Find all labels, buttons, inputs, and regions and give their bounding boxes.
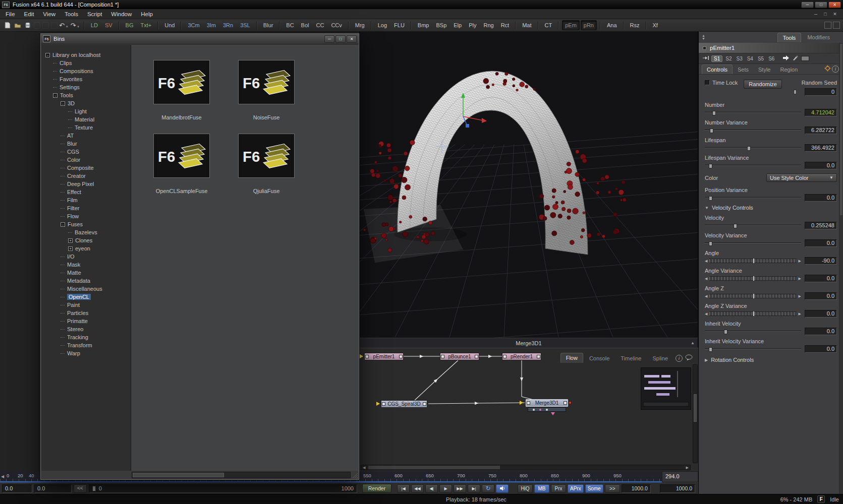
scrollbar-thumb[interactable] xyxy=(840,44,842,215)
param-dropdown[interactable]: Use Style Color▼ xyxy=(766,173,837,182)
transport-first-frame-button[interactable]: |◀ xyxy=(397,484,410,493)
toggle-prx[interactable]: Prx xyxy=(551,484,566,493)
time-marker-icon[interactable] xyxy=(703,55,709,61)
tree-item-at[interactable]: AT xyxy=(41,132,131,140)
menu-item-help[interactable]: Help xyxy=(136,10,157,18)
tree-item-warp[interactable]: Warp xyxy=(41,349,131,357)
param-value[interactable]: 0.0 xyxy=(805,345,837,353)
tree-expand-box[interactable]: + xyxy=(68,246,73,251)
param-value[interactable]: 366.4922 xyxy=(805,144,837,152)
bins-resize-grip[interactable] xyxy=(352,472,358,478)
render-button[interactable]: Render xyxy=(362,484,391,493)
param-slider[interactable] xyxy=(705,109,801,116)
tree-item-creator[interactable]: Creator xyxy=(41,172,131,180)
tree-item-favorites[interactable]: Favorites xyxy=(41,75,131,83)
window-minimize-button[interactable]: ─ xyxy=(801,2,814,8)
param-slider[interactable] xyxy=(705,162,801,169)
toolbar-button-rsz[interactable]: Rsz xyxy=(627,20,643,30)
toolbar-button-bg[interactable]: BG xyxy=(123,20,137,30)
tree-item-bazelevs[interactable]: Bazelevs xyxy=(41,228,131,236)
wheel-left-icon[interactable]: ◀ xyxy=(705,277,707,281)
toolbar-button-sv[interactable]: SV xyxy=(102,20,116,30)
randomize-button[interactable]: Randomize xyxy=(744,80,782,89)
wheel-right-icon[interactable]: ▶ xyxy=(799,294,801,298)
param-slider[interactable] xyxy=(705,127,801,134)
menu-item-edit[interactable]: Edit xyxy=(20,10,39,18)
param-slider[interactable] xyxy=(705,346,801,352)
toolbar-button-bc[interactable]: BC xyxy=(283,20,297,30)
tree-item-effect[interactable]: Effect xyxy=(41,188,131,196)
scroll-left-icon[interactable]: ◀ xyxy=(1,474,4,479)
tree-item-cgs[interactable]: CGS xyxy=(41,148,131,156)
param-value[interactable]: 0.0 xyxy=(805,194,837,202)
param-slider[interactable] xyxy=(705,195,801,201)
param-slider[interactable] xyxy=(705,145,801,151)
toggle-aprx[interactable]: APrx xyxy=(568,484,584,493)
panel-tab-tools[interactable]: Tools xyxy=(777,33,802,42)
undo-icon[interactable]: ↶ xyxy=(59,22,65,29)
tree-item-particles[interactable]: Particles xyxy=(41,309,131,317)
flow-editor[interactable]: pEmitter1pBounce1pRender1CGS_Spiral3DMer… xyxy=(359,348,698,471)
tree-item-tracking[interactable]: Tracking xyxy=(41,333,131,341)
undo-dropdown-icon[interactable]: ▾ xyxy=(66,25,68,29)
inspector-scrollbar[interactable] xyxy=(839,43,843,494)
param-thumbwheel[interactable]: ◀▶ xyxy=(705,276,801,281)
slider-handle[interactable] xyxy=(747,146,751,151)
current-time-field[interactable]: 0.0 xyxy=(2,484,32,493)
tree-expand-box[interactable]: + xyxy=(68,238,73,243)
panel-toggle-icon[interactable] xyxy=(833,22,840,29)
color-swatch[interactable] xyxy=(801,56,809,61)
tree-item-light[interactable]: Light xyxy=(41,107,131,115)
bins-minimize-button[interactable]: ─ xyxy=(324,35,334,43)
toolbar-button-3cm[interactable]: 3Cm xyxy=(185,20,202,30)
scrollbar-thumb[interactable] xyxy=(133,473,224,477)
control-tab-region[interactable]: Region xyxy=(775,65,802,74)
tab-flow[interactable]: Flow xyxy=(560,353,583,363)
toolbar-button-cc[interactable]: CC xyxy=(313,20,327,30)
slider-handle[interactable] xyxy=(709,196,712,201)
tree-item-primatte[interactable]: Primatte xyxy=(41,317,131,325)
tree-item-eyeon[interactable]: +eyeon xyxy=(41,244,131,253)
tab-timeline[interactable]: Timeline xyxy=(615,354,646,363)
node-prender1[interactable]: pRender1 xyxy=(502,353,541,360)
toggle-some[interactable]: Some xyxy=(585,484,603,493)
tree-expand-box[interactable]: - xyxy=(61,222,65,227)
toolbar-button-rng[interactable]: Rng xyxy=(480,20,496,30)
toggle-hiq[interactable]: HiQ xyxy=(518,484,533,493)
tab-spline[interactable]: Spline xyxy=(647,354,673,363)
toolbar-button-log[interactable]: Log xyxy=(375,20,390,30)
wheel-left-icon[interactable]: ◀ xyxy=(705,259,707,263)
effect-mask-input-icon[interactable] xyxy=(569,401,572,404)
param-value[interactable]: 0.0 xyxy=(805,162,837,169)
control-tab-sets[interactable]: Sets xyxy=(733,65,753,74)
version-slot-s1[interactable]: S1 xyxy=(711,55,722,62)
tree-item-metadata[interactable]: Metadata xyxy=(41,277,131,285)
param-value[interactable]: -90.0 xyxy=(805,257,837,265)
toolbar-button-mrg[interactable]: Mrg xyxy=(352,20,368,30)
cut-icon[interactable] xyxy=(34,22,40,29)
window-close-button[interactable]: ✕ xyxy=(828,2,841,8)
tree-item-stereo[interactable]: Stereo xyxy=(41,325,131,333)
param-value[interactable]: 0.0 xyxy=(805,275,837,282)
bin-item-mandelbrotfuse[interactable]: F6MandelbrotFuse xyxy=(146,60,217,120)
wheel-right-icon[interactable]: ▶ xyxy=(799,312,801,316)
panel-tab-modifiers[interactable]: Modifiers xyxy=(802,33,835,42)
slider-handle[interactable] xyxy=(709,164,712,168)
group-header-velocity-controls[interactable]: ▼Velocity Controls xyxy=(705,205,837,211)
menu-item-window[interactable]: Window xyxy=(106,10,136,18)
param-value[interactable]: 0.0 xyxy=(805,328,837,335)
open-file-icon[interactable] xyxy=(13,21,22,30)
tree-item-3d[interactable]: -3D xyxy=(41,99,131,107)
bin-item-noisefuse[interactable]: F6NoiseFuse xyxy=(231,60,302,120)
toolbar-button-bol[interactable]: Bol xyxy=(298,20,312,30)
range-slider[interactable]: 0 1000 xyxy=(89,484,357,493)
menu-item-view[interactable]: View xyxy=(38,10,60,18)
toolbar-button-prn[interactable]: pRn xyxy=(581,20,597,30)
viewport-expand-icon[interactable]: ▲ xyxy=(691,341,695,345)
brush-icon[interactable] xyxy=(792,55,798,62)
menu-item-file[interactable]: File xyxy=(1,10,20,18)
node-header[interactable]: pEmitter1 xyxy=(699,43,843,53)
bins-maximize-button[interactable]: □ xyxy=(335,35,346,43)
bins-close-button[interactable]: ✕ xyxy=(347,35,357,43)
group-header-rotation-controls[interactable]: ▶Rotation Controls xyxy=(705,357,837,363)
